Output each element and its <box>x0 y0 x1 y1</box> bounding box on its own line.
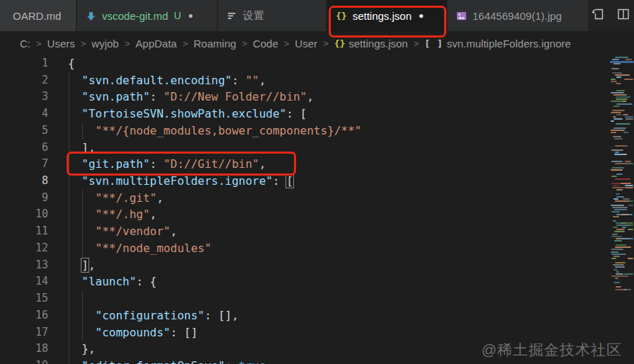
code-line-content[interactable]: "compounds": [] <box>68 324 610 341</box>
breadcrumb-item-user[interactable]: User <box>295 38 317 50</box>
code-line[interactable]: 1{ <box>0 55 610 72</box>
bracket-match: ] <box>81 258 89 272</box>
line-number: 18 <box>0 341 48 358</box>
tab-dashboard-md[interactable]: OARD.md <box>0 0 76 31</box>
json-punctuation: : <box>150 90 164 103</box>
split-editor-icon <box>616 7 630 24</box>
code-area[interactable]: 1{2 "svn.default.encoding": "",3 "svn.pa… <box>0 55 610 364</box>
breadcrumb-symbol-label: svn.multipleFolders.ignore <box>447 38 571 50</box>
code-line-content[interactable]: "git.path": "D://Git//bin", <box>68 156 610 173</box>
code-line-content[interactable]: ], <box>68 140 610 157</box>
markdown-icon <box>86 11 96 21</box>
split-editor-button[interactable] <box>615 7 632 24</box>
code-line-content[interactable]: ], <box>68 257 610 274</box>
code-line-content[interactable]: "svn.path": "D://New Folder//bin", <box>68 89 610 106</box>
code-line[interactable]: 8 "svn.multipleFolders.ignore": [ <box>0 173 610 190</box>
code-line-content[interactable]: "launch": { <box>68 273 610 290</box>
tab-vscode-git-md[interactable]: vscode-git.mdU● <box>77 0 217 31</box>
code-line-content[interactable]: { <box>68 55 610 72</box>
bracket-match: [ <box>286 174 293 188</box>
tab-settings-json[interactable]: {}settings.json● <box>327 0 446 31</box>
json-punctuation: , <box>259 74 266 87</box>
breadcrumb-item-c[interactable]: C: <box>20 38 30 50</box>
breadcrumb-item-code[interactable]: Code <box>253 38 278 50</box>
json-key: "launch" <box>68 275 136 288</box>
json-punctuation: : [] <box>171 326 198 339</box>
code-line-content[interactable]: "svn.default.encoding": "", <box>68 72 610 89</box>
modified-dot-icon[interactable]: ● <box>188 11 193 20</box>
line-number: 7 <box>0 156 48 173</box>
breadcrumb-symbol[interactable]: [ ]svn.multipleFolders.ignore <box>424 38 571 50</box>
code-line[interactable]: 16 "configurations": [], <box>0 307 610 324</box>
json-key: "compounds" <box>68 326 171 339</box>
json-punctuation: , <box>171 224 178 238</box>
chevron-right-icon: > <box>242 38 247 49</box>
code-line[interactable]: 10 "**/.hg", <box>0 206 610 223</box>
breadcrumb-file[interactable]: {}settings.json <box>334 38 408 50</box>
breadcrumb-item-roaming[interactable]: Roaming <box>193 38 236 50</box>
indent-guide <box>82 290 83 307</box>
line-number: 2 <box>0 72 48 89</box>
line-number: 5 <box>0 123 48 140</box>
code-line[interactable]: 18 }, <box>0 341 610 358</box>
line-number: 16 <box>0 307 48 324</box>
code-line[interactable]: 14 "launch": { <box>0 273 610 290</box>
breadcrumb-item-users[interactable]: Users <box>47 38 75 50</box>
line-number: 8 <box>0 173 48 190</box>
minimap[interactable] <box>610 55 634 300</box>
json-key: "configurations" <box>68 309 205 322</box>
json-key: "svn.multipleFolders.ignore" <box>68 174 273 188</box>
code-line[interactable]: 4 "TortoiseSVN.showPath.exclude": [ <box>0 106 610 123</box>
chevron-right-icon: > <box>323 38 329 49</box>
code-line[interactable]: 17 "compounds": [] <box>0 324 610 341</box>
json-punctuation: : [], <box>205 309 239 322</box>
line-number: 19 <box>0 358 48 364</box>
code-line[interactable]: 2 "svn.default.encoding": "", <box>0 72 610 89</box>
indent-guide <box>82 324 83 341</box>
code-line-content[interactable]: "**/vendor", <box>68 223 610 240</box>
code-line-content[interactable]: "TortoiseSVN.showPath.exclude": [ <box>68 106 610 123</box>
modified-dot-icon[interactable]: ● <box>419 11 424 20</box>
code-line[interactable]: 3 "svn.path": "D://New Folder//bin", <box>0 89 610 106</box>
tab-image-jpg[interactable]: 1644569409(1).jpg <box>448 0 588 31</box>
code-line[interactable]: 5 "**/{node_modules,bower_components}/**… <box>0 123 610 140</box>
chevron-right-icon: > <box>414 38 419 49</box>
code-line[interactable]: 11 "**/vendor", <box>0 223 610 240</box>
indent-guide <box>69 223 69 240</box>
indent-guide <box>69 307 69 324</box>
code-line-content[interactable]: }, <box>68 341 610 358</box>
git-status-badge: U <box>174 10 181 21</box>
breadcrumb-item-appdata[interactable]: AppData <box>135 38 176 50</box>
indent-guide <box>69 123 69 140</box>
json-punctuation: : <box>150 157 164 171</box>
indent-guide <box>69 324 69 341</box>
code-line[interactable]: 12 "**/node_modules" <box>0 240 610 257</box>
code-line-content[interactable]: "svn.multipleFolders.ignore": [ <box>68 173 610 190</box>
tab-label: vscode-git.md <box>102 10 168 22</box>
json-punctuation: ], <box>68 141 96 154</box>
indent-guide <box>69 290 69 307</box>
json-string: "D://Git//bin" <box>164 157 259 171</box>
open-settings-ui-button[interactable] <box>589 7 606 24</box>
code-line-content[interactable]: "**/node_modules" <box>68 240 610 257</box>
indent-guide <box>82 206 83 223</box>
json-string: "D://New Folder//bin" <box>164 90 307 103</box>
code-line-content[interactable]: "editor.formatOnSave": true <box>68 358 610 364</box>
code-line[interactable]: 7 "git.path": "D://Git//bin", <box>0 156 610 173</box>
code-line-content[interactable]: "**/.git", <box>68 190 610 207</box>
code-line[interactable]: 13 ], <box>0 257 610 274</box>
indent-guide <box>69 206 69 223</box>
code-line-content[interactable] <box>68 290 610 307</box>
tab-bar: OARD.mdvscode-git.mdU●设置{}settings.json●… <box>0 0 634 31</box>
code-line[interactable]: 6 ], <box>0 140 610 157</box>
code-line-content[interactable]: "**/{node_modules,bower_components}/**" <box>68 123 610 140</box>
code-line-content[interactable]: "**/.hg", <box>68 206 610 223</box>
code-line-content[interactable]: "configurations": [], <box>68 307 610 324</box>
code-line[interactable]: 9 "**/.git", <box>0 190 610 207</box>
code-line[interactable]: 19 "editor.formatOnSave": true <box>0 358 610 364</box>
line-number: 11 <box>0 223 48 240</box>
breadcrumb-item-wyjob[interactable]: wyjob <box>91 38 118 50</box>
tab-settings-ui[interactable]: 设置 <box>218 0 326 31</box>
editor[interactable]: 1{2 "svn.default.encoding": "",3 "svn.pa… <box>0 55 634 364</box>
code-line[interactable]: 15 <box>0 290 610 307</box>
